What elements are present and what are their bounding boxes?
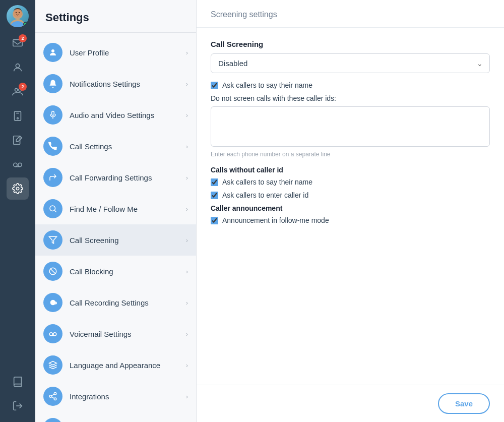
svg-point-16	[18, 163, 22, 166]
svg-point-34	[49, 395, 52, 398]
main-content: Screening settings Call Screening Disabl…	[197, 0, 504, 422]
calls-without-label: Calls without caller id	[211, 166, 490, 174]
sidebar-item-integrations[interactable]: Integrations ›	[35, 381, 196, 412]
sidebar-item-language[interactable]: Language and Appearance ›	[35, 349, 196, 381]
caller-id-textarea[interactable]	[211, 106, 490, 147]
checkbox-row-1: Ask callers to say their name	[211, 81, 490, 89]
books-nav-button[interactable]	[7, 371, 29, 393]
messages-badge: 2	[19, 34, 27, 42]
share-icon	[43, 387, 62, 406]
content-header: Screening settings	[197, 0, 504, 28]
svg-point-23	[50, 206, 55, 211]
ask-name-without-id-checkbox[interactable]	[211, 178, 218, 186]
svg-point-20	[51, 49, 54, 52]
svg-point-5	[19, 12, 20, 13]
search-icon	[43, 199, 62, 218]
voicemail-nav-button[interactable]	[7, 153, 29, 175]
sidebar-item-label: Call Screening	[70, 236, 186, 245]
sidebar-item-label: Notifications Settings	[70, 80, 186, 88]
svg-point-9	[15, 89, 18, 92]
contacts-nav-button[interactable]	[7, 56, 29, 79]
chevron-right-icon: ›	[186, 299, 188, 307]
svg-point-31	[53, 333, 56, 336]
announcement-follow-me-checkbox[interactable]	[211, 217, 218, 224]
chevron-right-icon: ›	[186, 80, 188, 88]
caller-announcement-label: Caller announcement	[211, 204, 490, 212]
avatar[interactable]	[7, 5, 29, 27]
checkbox-row-4: Announcement in follow-me mode	[211, 216, 490, 224]
ask-name-without-id-label: Ask callers to say their name	[222, 178, 312, 186]
caller-id-field-label: Do not screen calls with these caller id…	[211, 94, 490, 102]
svg-point-30	[49, 333, 52, 336]
sidebar-item-call-forwarding[interactable]: Call Forwarding Settings ›	[35, 162, 196, 193]
sidebar-item-find-me[interactable]: Find Me / Follow Me ›	[35, 193, 196, 224]
sidebar-item-label: Call Recording Settings	[70, 298, 186, 307]
sidebar-item-label: Integrations	[70, 392, 186, 401]
phone-nav-button[interactable]	[7, 105, 29, 127]
mic-icon	[43, 105, 62, 125]
chevron-right-icon: ›	[186, 111, 188, 119]
paint-icon	[43, 355, 62, 375]
bell-icon	[43, 74, 62, 93]
logout-nav-button[interactable]	[7, 395, 29, 417]
chevron-right-icon: ›	[186, 236, 188, 244]
settings-sidebar: Settings User Profile › Notifications Se…	[35, 0, 197, 422]
sidebar-item-audio-video[interactable]: Audio and Video Settings ›	[35, 99, 196, 131]
ask-name-checkbox[interactable]	[211, 82, 218, 89]
content-footer: Save	[197, 385, 504, 422]
chevron-right-icon: ›	[186, 268, 188, 275]
announcement-follow-me-label: Announcement in follow-me mode	[222, 216, 329, 224]
svg-point-35	[54, 398, 56, 400]
chevron-right-icon: ›	[186, 205, 188, 213]
svg-point-18	[16, 187, 19, 190]
sidebar-item-label: Call Blocking	[70, 267, 186, 276]
team-badge: 2	[19, 83, 27, 91]
sidebar-item-label: Audio and Video Settings	[70, 111, 186, 119]
sidebar-item-user-profile[interactable]: User Profile ›	[35, 37, 196, 68]
block-icon	[43, 262, 62, 281]
sidebar-item-label: Call Settings	[70, 142, 186, 151]
sidebar-item-about[interactable]: About ›	[35, 412, 196, 422]
sidebar-item-label: User Profile	[70, 48, 186, 57]
save-button[interactable]: Save	[438, 393, 490, 414]
sidebar-item-label: Voicemail Settings	[70, 330, 186, 338]
sidebar-title: Settings	[35, 0, 196, 33]
notes-nav-button[interactable]	[7, 129, 29, 151]
svg-point-4	[16, 12, 17, 13]
checkbox-row-2: Ask callers to say their name	[211, 178, 490, 186]
svg-line-37	[51, 394, 54, 396]
team-nav-button[interactable]: 2	[7, 81, 29, 103]
settings-nav-button[interactable]	[7, 177, 29, 200]
svg-point-15	[14, 163, 17, 166]
call-screening-select[interactable]: Disabled Enabled	[211, 53, 490, 73]
ask-name-label: Ask callers to say their name	[222, 81, 312, 89]
rec-icon: REC	[43, 293, 62, 312]
messages-nav-button[interactable]: 2	[7, 32, 29, 54]
sidebar-item-call-blocking[interactable]: Call Blocking ›	[35, 256, 196, 287]
sidebar-item-label: Language and Appearance	[70, 361, 186, 370]
svg-rect-21	[52, 111, 54, 115]
sidebar-item-notifications[interactable]: Notifications Settings ›	[35, 68, 196, 99]
ask-enter-caller-id-checkbox[interactable]	[211, 192, 218, 199]
content-body: Call Screening Disabled Enabled ⌄ Ask ca…	[197, 28, 504, 385]
svg-point-33	[54, 393, 56, 395]
sidebar-item-label: Find Me / Follow Me	[70, 205, 186, 213]
sidebar-item-voicemail[interactable]: Voicemail Settings ›	[35, 318, 196, 349]
forward-icon	[43, 168, 62, 187]
filter-icon	[43, 230, 62, 250]
content-title: Screening settings	[211, 10, 277, 19]
chevron-right-icon: ›	[186, 361, 188, 369]
call-screening-dropdown-wrap: Disabled Enabled ⌄	[211, 53, 490, 73]
navigation-bar: 2 2	[0, 0, 35, 422]
chevron-right-icon: ›	[186, 143, 188, 150]
ask-enter-caller-id-label: Ask callers to enter caller id	[222, 191, 308, 199]
checkbox-row-3: Ask callers to enter caller id	[211, 191, 490, 199]
sidebar-item-call-screening[interactable]: Call Screening ›	[35, 224, 196, 256]
svg-text:REC: REC	[51, 302, 56, 305]
sidebar-item-call-settings[interactable]: Call Settings ›	[35, 131, 196, 162]
sidebar-item-label: Call Forwarding Settings	[70, 173, 186, 182]
chevron-right-icon: ›	[186, 393, 188, 400]
sidebar-item-call-recording[interactable]: REC Call Recording Settings ›	[35, 287, 196, 318]
chevron-right-icon: ›	[186, 174, 188, 182]
online-status-dot	[23, 22, 28, 27]
